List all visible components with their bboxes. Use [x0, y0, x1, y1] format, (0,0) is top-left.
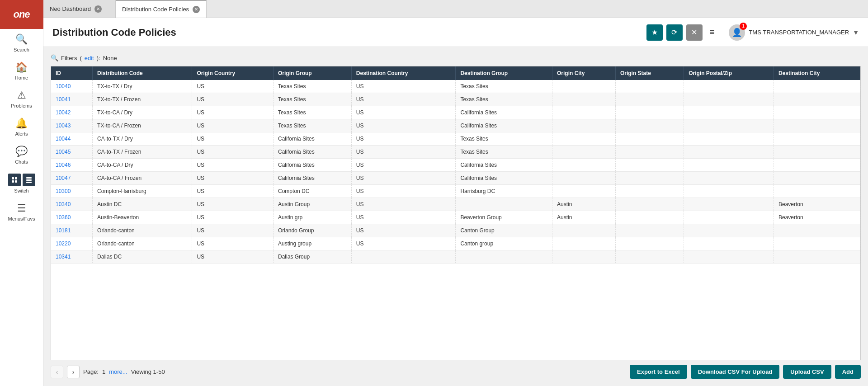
search-icon: 🔍: [15, 33, 28, 45]
row-id-link[interactable]: 10341: [56, 254, 71, 260]
cell-orig-zip: [684, 119, 774, 132]
refresh-button[interactable]: ⟳: [666, 24, 683, 41]
cell-orig-group: Dallas Group: [274, 250, 352, 264]
table-row[interactable]: 10181Orlando-cantonUSOrlando GroupUSCant…: [51, 224, 860, 237]
table-row[interactable]: 10041TX-to-TX / FrozenUSTexas SitesUSTex…: [51, 93, 860, 106]
cell-orig-state: [615, 132, 684, 146]
logo[interactable]: one: [0, 0, 43, 29]
table-row[interactable]: 10360Austin-BeavertonUSAustin grpUSBeave…: [51, 211, 860, 224]
table-row[interactable]: 10047CA-to-CA / FrozenUSCalifornia Sites…: [51, 172, 860, 185]
table-row[interactable]: 10340Austin DCUSAustin GroupUSAustinBeav…: [51, 198, 860, 211]
cell-dest-city: [774, 250, 860, 264]
row-id-link[interactable]: 10046: [56, 162, 71, 168]
row-id-link[interactable]: 10220: [56, 240, 71, 247]
add-button[interactable]: Add: [835, 365, 861, 379]
export-excel-button[interactable]: Export to Excel: [630, 365, 687, 379]
switch-icon-left: [8, 174, 21, 186]
sidebar-item-label: Problems: [11, 103, 32, 108]
upload-csv-button[interactable]: Upload CSV: [783, 365, 831, 379]
table-row[interactable]: 10220Orlando-cantonUSAusting groupUSCant…: [51, 237, 860, 250]
table-row[interactable]: 10042TX-to-CA / DryUSTexas SitesUSCalifo…: [51, 106, 860, 119]
row-id-link[interactable]: 10300: [56, 188, 71, 194]
row-id-link[interactable]: 10044: [56, 136, 71, 142]
table-footer: ‹ › Page: 1 more... Viewing 1-50 Export …: [51, 360, 861, 379]
user-dropdown-arrow[interactable]: ▼: [853, 29, 859, 36]
row-id-link[interactable]: 10043: [56, 122, 71, 129]
tab-close-distribution-code-policies[interactable]: ✕: [193, 6, 200, 13]
cell-id: 10045: [51, 146, 93, 159]
cell-dest-group: Harrisburg DC: [456, 185, 552, 198]
filter-bar: 🔍 Filters ( edit ): None: [51, 54, 861, 61]
cell-dest-country: US: [351, 119, 456, 132]
sidebar-item-home[interactable]: 🏠 Home: [0, 57, 43, 85]
cell-orig-group: California Sites: [274, 159, 352, 172]
cell-dest-city: [774, 185, 860, 198]
table-row[interactable]: 10044CA-to-TX / DryUSCalifornia SitesUST…: [51, 132, 860, 146]
more-pages-link[interactable]: more...: [109, 368, 127, 375]
sidebar-item-alerts[interactable]: 🔔 Alerts: [0, 113, 43, 141]
cell-dist-code: CA-to-TX / Dry: [93, 132, 192, 146]
cell-id: 10040: [51, 80, 93, 93]
row-id-link[interactable]: 10340: [56, 201, 71, 207]
cell-orig-zip: [684, 93, 774, 106]
cell-dist-code: TX-to-CA / Frozen: [93, 119, 192, 132]
sidebar-item-switch[interactable]: Switch: [0, 169, 43, 198]
table-row[interactable]: 10046CA-to-CA / DryUSCalifornia SitesUSC…: [51, 159, 860, 172]
cell-orig-city: [552, 185, 615, 198]
table-row[interactable]: 10300Compton-HarrisburgUSCompton DCUSHar…: [51, 185, 860, 198]
sidebar-item-chats[interactable]: 💬 Chats: [0, 141, 43, 169]
sidebar: one 🔍 Search 🏠 Home ⚠ Problems 🔔 Alerts …: [0, 0, 43, 386]
cell-orig-state: [615, 93, 684, 106]
sidebar-item-search[interactable]: 🔍 Search: [0, 29, 43, 57]
tab-distribution-code-policies[interactable]: Distribution Code Policies ✕: [116, 0, 207, 18]
table-row[interactable]: 10045CA-to-TX / FrozenUSCalifornia Sites…: [51, 146, 860, 159]
tab-close-neo-dashboard[interactable]: ✕: [94, 5, 102, 13]
cell-dest-city: [774, 93, 860, 106]
table-row[interactable]: 10341Dallas DCUSDallas Group: [51, 250, 860, 264]
close-button[interactable]: ✕: [686, 24, 703, 41]
switch-icons: [8, 174, 35, 186]
col-header-dist-code: Distribution Code: [93, 66, 192, 80]
table-row[interactable]: 10043TX-to-CA / FrozenUSTexas SitesUSCal…: [51, 119, 860, 132]
cell-dest-country: US: [351, 93, 456, 106]
tab-neo-dashboard[interactable]: Neo Dashboard ✕: [43, 0, 116, 18]
cell-dist-code: Orlando-canton: [93, 224, 192, 237]
cell-dist-code: Orlando-canton: [93, 237, 192, 250]
cell-orig-zip: [684, 237, 774, 250]
cell-dest-group: Beaverton Group: [456, 211, 552, 224]
next-page-button[interactable]: ›: [67, 366, 80, 378]
page-label: Page:: [83, 368, 99, 375]
row-id-link[interactable]: 10360: [56, 214, 71, 221]
page-header: Distribution Code Policies ★ ⟳ ✕ ≡ 👤 1 T…: [43, 18, 868, 47]
cell-dist-code: TX-to-TX / Dry: [93, 80, 192, 93]
row-id-link[interactable]: 10041: [56, 96, 71, 103]
cell-dest-group: California Sites: [456, 106, 552, 119]
warning-icon: ⚠: [17, 89, 26, 101]
cell-orig-zip: [684, 106, 774, 119]
cell-orig-zip: [684, 185, 774, 198]
cell-dist-code: Austin-Beaverton: [93, 211, 192, 224]
row-id-link[interactable]: 10047: [56, 175, 71, 181]
row-id-link[interactable]: 10042: [56, 109, 71, 116]
sidebar-item-problems[interactable]: ⚠ Problems: [0, 85, 43, 113]
cell-orig-zip: [684, 80, 774, 93]
table-row[interactable]: 10040TX-to-TX / DryUSTexas SitesUSTexas …: [51, 80, 860, 93]
download-csv-button[interactable]: Download CSV For Upload: [691, 365, 780, 379]
filter-edit-link[interactable]: edit: [85, 55, 94, 61]
cell-orig-country: US: [192, 132, 274, 146]
cell-orig-city: [552, 224, 615, 237]
favorite-button[interactable]: ★: [646, 24, 663, 41]
viewing-text: Viewing 1-50: [131, 368, 165, 375]
cell-dest-country: US: [351, 159, 456, 172]
cell-orig-group: Austin grp: [274, 211, 352, 224]
cell-orig-state: [615, 146, 684, 159]
data-table-wrapper[interactable]: ID Distribution Code Origin Country Orig…: [51, 66, 861, 360]
sidebar-item-menus[interactable]: ☰ Menus/Favs: [0, 198, 43, 226]
row-id-link[interactable]: 10040: [56, 83, 71, 89]
cell-orig-zip: [684, 250, 774, 264]
row-id-link[interactable]: 10045: [56, 149, 71, 155]
prev-page-button[interactable]: ‹: [51, 366, 63, 378]
cell-dest-country: US: [351, 132, 456, 146]
row-id-link[interactable]: 10181: [56, 227, 71, 234]
menu-button[interactable]: ≡: [706, 26, 718, 39]
